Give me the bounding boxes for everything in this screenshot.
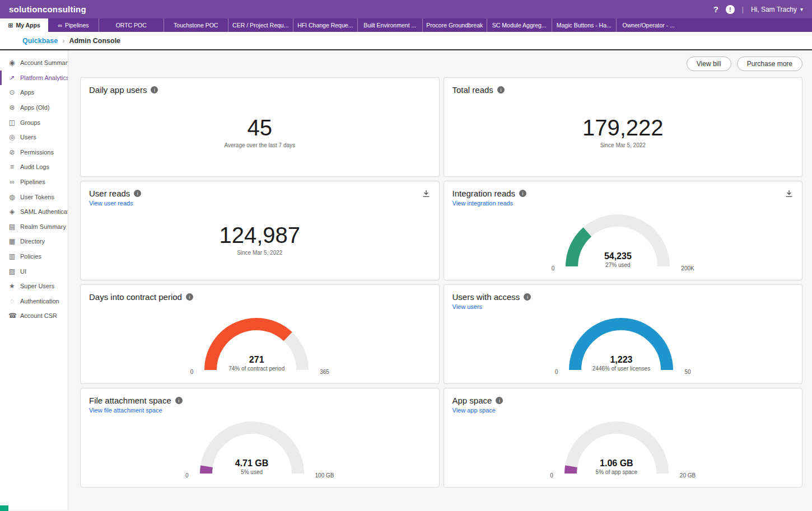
- sidebar-item-ui[interactable]: ▧ UI: [0, 264, 68, 279]
- tab-app-touchstone-poc[interactable]: Touchstone POC: [164, 18, 228, 32]
- info-icon[interactable]: i: [524, 293, 531, 301]
- sidebar-item-users[interactable]: ◎ Users: [0, 130, 68, 145]
- info-icon[interactable]: i: [519, 190, 526, 197]
- tab-app-cer-project[interactable]: CER / Project Requ...: [228, 18, 293, 32]
- sidebar-item-label: Realm Summary: [20, 223, 66, 230]
- help-icon[interactable]: ?: [713, 4, 718, 14]
- gauge-subtitle: 2446% of user licenses: [562, 365, 680, 372]
- info-icon[interactable]: i: [175, 397, 183, 404]
- user-tokens-icon: ◍: [8, 193, 16, 201]
- download-icon[interactable]: [422, 189, 431, 198]
- metric-subtitle: Average over the last 7 days: [224, 142, 295, 148]
- tab-app-owner-operator[interactable]: Owner/Operator - ...: [616, 18, 681, 32]
- tab-app-magic-buttons[interactable]: Magic Buttons - Ha...: [552, 18, 617, 32]
- sidebar-item-policies[interactable]: ▥ Policies: [0, 249, 68, 264]
- page-title: Admin Console: [69, 37, 120, 45]
- info-icon[interactable]: i: [186, 293, 193, 301]
- card-app-space: App space i View app space 0 1.06 GB 5% …: [444, 388, 803, 487]
- purchase-more-button[interactable]: Purchase more: [737, 57, 802, 71]
- realm-summary-icon: ▤: [8, 223, 16, 231]
- user-menu[interactable]: Hi, Sam Trachy ▾: [751, 6, 803, 13]
- sidebar-item-user-tokens[interactable]: ◍ User Tokens: [0, 189, 68, 204]
- ui-icon: ▧: [8, 268, 16, 275]
- policies-icon: ▥: [8, 252, 16, 260]
- admin-sidebar: ◉ Account Summary ↗ Platform Analytics ⊙…: [0, 50, 68, 510]
- breadcrumb-root-link[interactable]: Quickbase: [22, 37, 58, 45]
- super-users-icon: ★: [8, 282, 16, 290]
- card-title: App space: [452, 396, 492, 405]
- tab-app-sc-module[interactable]: SC Module Aggreg...: [487, 18, 552, 32]
- sidebar-item-saml-authentication[interactable]: ◈ SAML Authentication: [0, 204, 68, 219]
- sidebar-item-label: Permissions: [20, 149, 54, 156]
- tab-my-apps[interactable]: ⊞ My Apps: [0, 18, 48, 32]
- sidebar-item-label: User Tokens: [20, 194, 54, 200]
- view-integration-reads-link[interactable]: View integration reads: [452, 200, 514, 207]
- integration-reads-gauge: 54,235 27% used: [559, 207, 676, 273]
- tab-app-procore-groundbreak[interactable]: Procore Groundbreak: [422, 18, 487, 32]
- alert-icon[interactable]: !: [726, 5, 735, 14]
- audit-logs-icon: ≡: [8, 163, 16, 171]
- file-space-gauge: 4.71 GB 5% used: [193, 414, 311, 480]
- sidebar-item-authentication[interactable]: ◌ Authentication: [0, 294, 68, 309]
- view-bill-button[interactable]: View bill: [687, 57, 731, 71]
- directory-icon: ▦: [8, 237, 16, 245]
- download-icon[interactable]: [785, 189, 794, 198]
- metric-value: 45: [248, 115, 273, 140]
- sidebar-item-realm-summary[interactable]: ▤ Realm Summary: [0, 219, 68, 235]
- view-users-link[interactable]: View users: [452, 303, 483, 310]
- sidebar-item-account-csr[interactable]: ☎ Account CSR: [0, 308, 68, 324]
- view-app-space-link[interactable]: View app space: [452, 407, 496, 414]
- grid-icon: ⊞: [8, 22, 13, 29]
- gauge-min-label: 0: [185, 472, 189, 479]
- sidebar-item-account-summary[interactable]: ◉ Account Summary: [0, 55, 68, 71]
- metric-subtitle: Since Mar 5, 2022: [600, 142, 646, 148]
- breadcrumb-separator: ›: [62, 37, 64, 45]
- tab-label: My Apps: [16, 22, 40, 29]
- authentication-icon: ◌: [8, 297, 16, 305]
- sidebar-item-label: Audit Logs: [20, 163, 49, 170]
- sidebar-item-label: SAML Authentication: [20, 208, 68, 215]
- info-icon[interactable]: i: [134, 190, 141, 197]
- metric-value: 179,222: [582, 115, 664, 140]
- sidebar-item-label: Platform Analytics: [20, 74, 68, 81]
- metric-subtitle: Since Mar 5, 2022: [237, 250, 282, 256]
- sidebar-item-super-users[interactable]: ★ Super Users: [0, 279, 68, 294]
- contract-period-gauge: 271 74% of contract period: [198, 311, 315, 377]
- card-title: File attachment space: [89, 396, 171, 405]
- card-title: Days into contract period: [89, 292, 182, 302]
- info-icon[interactable]: i: [496, 397, 503, 404]
- sidebar-item-label: Apps (Old): [20, 104, 50, 111]
- topbar-right: ? ! | Hi, Sam Trachy ▾: [713, 4, 803, 14]
- tab-app-built-environment[interactable]: Built Environment ...: [357, 18, 422, 32]
- sidebar-item-groups[interactable]: ◫ Groups: [0, 115, 68, 130]
- sidebar-item-label: Authentication: [20, 298, 59, 304]
- sidebar-item-directory[interactable]: ▦ Directory: [0, 234, 68, 249]
- sidebar-item-permissions[interactable]: ⊘ Permissions: [0, 145, 68, 160]
- main-panel: View bill Purchase more Daily app users …: [68, 50, 812, 510]
- card-file-attachment-space: File attachment space i View file attach…: [80, 388, 440, 487]
- sidebar-item-apps[interactable]: ⊙ Apps: [0, 85, 68, 100]
- card-days-into-contract: Days into contract period i 0 271 74% of…: [80, 284, 440, 384]
- gauge-max-label: 50: [684, 369, 690, 375]
- view-file-attachment-space-link[interactable]: View file attachment space: [89, 407, 162, 414]
- content-area: ◉ Account Summary ↗ Platform Analytics ⊙…: [0, 50, 812, 510]
- gauge-max-label: 365: [320, 369, 329, 375]
- card-title: Users with access: [452, 292, 520, 302]
- sidebar-item-audit-logs[interactable]: ≡ Audit Logs: [0, 160, 68, 175]
- saml-icon: ◈: [8, 208, 16, 215]
- tab-app-hfi-change[interactable]: HFI Change Reque...: [293, 18, 358, 32]
- bottom-left-accent: [0, 505, 8, 511]
- app-tab-bar: ⊞ My Apps ∞ Pipelines ORTC POC Touchston…: [0, 18, 812, 32]
- sidebar-item-pipelines[interactable]: ∞ Pipelines: [0, 175, 68, 190]
- gauge-max-label: 100 GB: [315, 472, 334, 479]
- gauge-min-label: 0: [190, 369, 194, 375]
- sidebar-item-apps-old[interactable]: ⊛ Apps (Old): [0, 100, 68, 115]
- chart-icon: ↗: [8, 74, 16, 82]
- gauge-value: 1.06 GB: [558, 458, 675, 468]
- gauge-max-label: 20 GB: [680, 472, 696, 479]
- sidebar-item-platform-analytics[interactable]: ↗ Platform Analytics: [0, 71, 68, 86]
- top-bar: solutionconsulting ? ! | Hi, Sam Trachy …: [0, 0, 812, 18]
- tab-pipelines[interactable]: ∞ Pipelines: [48, 18, 99, 32]
- apps-icon: ⊙: [8, 88, 16, 96]
- tab-app-ortc-poc[interactable]: ORTC POC: [99, 18, 164, 32]
